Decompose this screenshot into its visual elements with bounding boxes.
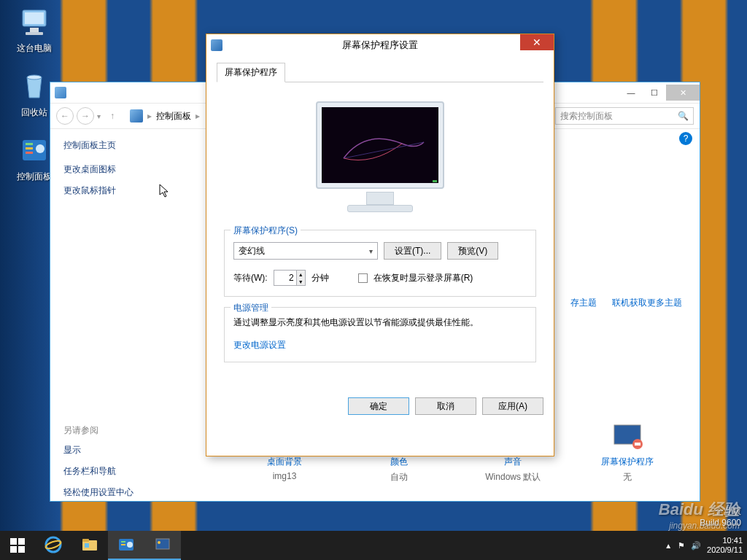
nav-history-button[interactable]: ▾ — [97, 112, 101, 120]
settings-button[interactable]: 设置(T)... — [384, 242, 441, 260]
taskbar-clock[interactable]: 10:41 2020/9/11 — [707, 536, 743, 555]
svg-rect-19 — [10, 546, 17, 553]
wait-unit: 分钟 — [311, 272, 329, 284]
theme-links: 存主题 联机获取更多主题 — [557, 297, 682, 309]
clock-date: 2020/9/11 — [707, 545, 743, 555]
action-center-icon[interactable]: ⚑ — [678, 541, 685, 551]
desktop-icon-this-pc[interactable]: 这台电脑 — [9, 4, 60, 55]
wait-spinner[interactable]: ▲▼ — [274, 270, 306, 286]
nav-forward-button[interactable]: → — [77, 107, 94, 125]
recycle-bin-icon — [17, 69, 52, 104]
sidebar-link-display[interactable]: 显示 — [63, 444, 183, 456]
breadcrumb-item[interactable]: 控制面板 — [156, 110, 191, 122]
minimize-button[interactable]: — — [619, 85, 643, 101]
breadcrumb[interactable]: ▸ 控制面板 ▸ — [130, 109, 200, 122]
svg-point-29 — [127, 542, 133, 548]
pers-title: 桌面背景 — [230, 456, 339, 468]
baidu-brand: Baidu 经验 — [659, 500, 740, 518]
ok-button[interactable]: 确定 — [348, 397, 409, 415]
taskbar-control-panel[interactable] — [108, 531, 144, 560]
window-icon — [55, 87, 66, 98]
svg-point-32 — [158, 541, 160, 544]
combo-value: 变幻线 — [239, 245, 265, 257]
power-group-label: 电源管理 — [231, 302, 271, 314]
screensaver-group: 屏幕保护程序(S) 变幻线 ▾ 设置(T)... 预览(V) 等待(W): ▲▼ — [224, 230, 536, 297]
online-themes-link[interactable]: 联机获取更多主题 — [612, 298, 682, 308]
svg-rect-7 — [26, 147, 33, 149]
svg-rect-2 — [30, 28, 39, 32]
help-icon[interactable]: ? — [679, 132, 692, 145]
svg-rect-8 — [26, 152, 33, 154]
pers-value: 无 — [573, 471, 682, 483]
preview-button[interactable]: 预览(V) — [447, 242, 498, 260]
sidebar-home-link[interactable]: 控制面板主页 — [63, 139, 183, 152]
search-placeholder: 搜索控制面板 — [560, 110, 613, 122]
pers-title: 颜色 — [344, 456, 454, 468]
taskbar-personalization[interactable] — [144, 531, 181, 560]
svg-rect-3 — [26, 32, 43, 35]
system-tray: ▲ ⚑ 🔊 10:41 2020/9/11 — [665, 531, 747, 560]
see-also-label: 另请参阅 — [63, 424, 183, 437]
start-button[interactable] — [0, 531, 35, 560]
taskbar-ie[interactable] — [35, 531, 71, 560]
pers-value: Windows 默认 — [458, 471, 568, 483]
desktop-icon-label: 这台电脑 — [9, 42, 60, 55]
dialog-icon — [211, 39, 222, 51]
dialog-title: 屏幕保护程序设置 — [342, 39, 418, 52]
dialog-close-button[interactable]: ✕ — [520, 34, 554, 50]
screensaver-icon — [610, 422, 645, 451]
svg-rect-17 — [10, 538, 17, 545]
pers-screensaver[interactable]: 屏幕保护程序 无 — [573, 422, 682, 483]
nav-up-button[interactable]: ↑ — [104, 107, 121, 125]
apply-button[interactable]: 应用(A) — [482, 397, 543, 415]
cancel-button[interactable]: 取消 — [415, 397, 476, 415]
close-button[interactable]: ✕ — [666, 85, 700, 101]
tab-strip: 屏幕保护程序 — [217, 62, 543, 82]
screensaver-combo[interactable]: 变幻线 ▾ — [233, 242, 378, 260]
svg-rect-28 — [121, 544, 125, 545]
svg-rect-6 — [26, 143, 33, 145]
volume-icon[interactable]: 🔊 — [691, 541, 701, 551]
resume-checkbox[interactable] — [358, 273, 368, 283]
pers-value: img13 — [230, 471, 339, 481]
search-input[interactable]: 搜索控制面板 🔍 — [555, 107, 694, 125]
chevron-down-icon: ▾ — [369, 247, 373, 255]
sidebar-link-ease-of-access[interactable]: 轻松使用设置中心 — [63, 486, 183, 499]
svg-rect-18 — [18, 538, 25, 545]
dialog-titlebar[interactable]: 屏幕保护程序设置 ✕ — [206, 34, 554, 56]
tray-up-icon[interactable]: ▲ — [665, 542, 672, 550]
monitor-led-icon — [433, 180, 437, 182]
pc-icon — [17, 4, 52, 39]
sidebar: 控制面板主页 更改桌面图标 更改鼠标指针 另请参阅 显示 任务栏和导航 轻松使用… — [50, 129, 196, 501]
sidebar-link-desktop-icons[interactable]: 更改桌面图标 — [63, 163, 183, 176]
tab-screensaver[interactable]: 屏幕保护程序 — [217, 63, 285, 82]
spin-down-icon[interactable]: ▼ — [297, 278, 305, 285]
svg-rect-1 — [25, 12, 44, 24]
spin-up-icon[interactable]: ▲ — [297, 271, 305, 278]
breadcrumb-icon — [130, 109, 143, 122]
svg-rect-25 — [85, 543, 89, 548]
baidu-url: jingyan.baidu.com — [659, 521, 740, 531]
maximize-button[interactable]: ☐ — [643, 85, 666, 101]
svg-rect-20 — [18, 546, 25, 553]
svg-rect-27 — [121, 541, 125, 542]
taskbar-explorer[interactable] — [71, 531, 108, 560]
nav-back-button[interactable]: ← — [56, 107, 74, 125]
baidu-watermark: Baidu 经验 jingyan.baidu.com — [659, 499, 740, 531]
svg-point-4 — [27, 75, 42, 79]
power-group: 电源管理 通过调整显示亮度和其他电源设置以节省能源或提供最佳性能。 更改电源设置 — [224, 307, 536, 362]
group-label: 屏幕保护程序(S) — [231, 225, 301, 237]
svg-rect-30 — [156, 539, 169, 549]
screensaver-settings-dialog: 屏幕保护程序设置 ✕ 屏幕保护程序 屏幕保护程序(S) 变幻线 ▾ — [206, 34, 554, 456]
sidebar-link-mouse-pointers[interactable]: 更改鼠标指针 — [63, 184, 183, 197]
pers-value: 自动 — [344, 471, 454, 483]
sidebar-link-taskbar[interactable]: 任务栏和导航 — [63, 465, 183, 478]
pers-title: 屏幕保护程序 — [573, 456, 682, 468]
resume-label: 在恢复时显示登录屏幕(R) — [374, 272, 473, 284]
save-theme-link[interactable]: 存主题 — [570, 298, 597, 308]
power-settings-link[interactable]: 更改电源设置 — [233, 339, 286, 351]
svg-rect-16 — [635, 443, 640, 446]
wait-input[interactable] — [274, 271, 296, 285]
clock-time: 10:41 — [707, 536, 743, 545]
screensaver-preview — [316, 101, 444, 212]
